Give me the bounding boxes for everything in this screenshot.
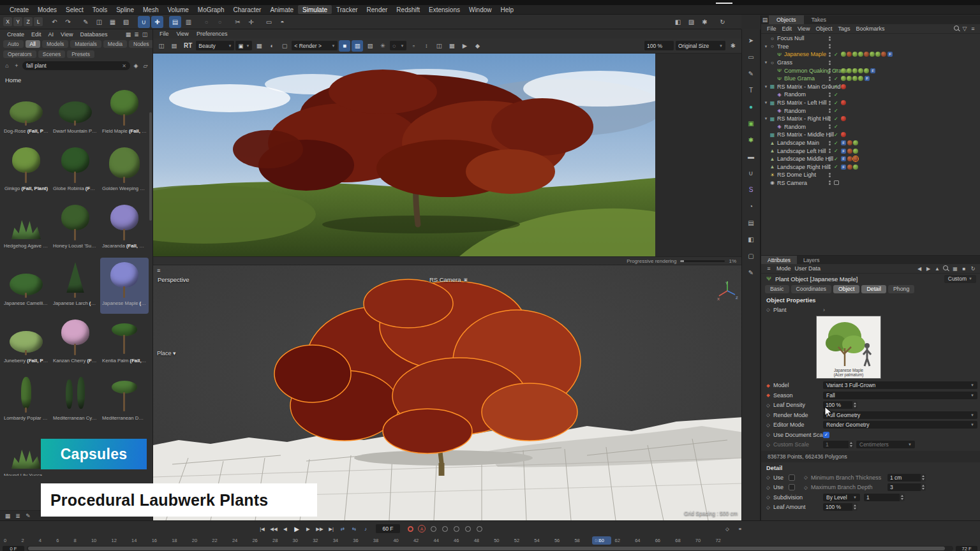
visibility-dots[interactable] [829,173,831,177]
render-history-dropdown[interactable]: < Render >▼ [292,41,338,50]
object-row[interactable]: ΨCommon Quaking Grass✓F [761,66,980,75]
asset-item[interactable]: Jacaranda (Fall, Plant) [100,200,149,256]
menu-help[interactable]: Help [496,5,519,14]
workplane-icon[interactable]: ▤ [169,16,181,28]
menu-modes[interactable]: Modes [33,5,61,14]
asset-item[interactable]: Ginkgo (Fall, Plant) [2,143,50,199]
key-position-button[interactable] [428,524,438,534]
visibility-dots[interactable] [829,101,831,105]
material-swatch[interactable] [847,76,852,81]
grid-icon[interactable]: ▦ [253,40,265,52]
magnet-tool-icon[interactable]: ∪ [745,166,757,179]
asset-item[interactable]: Field Maple (Fall, Plant) [100,85,149,142]
attr-number[interactable]: 1 [823,441,849,448]
object-row[interactable]: ▼▦RS Matrix - Right Hill✓ [761,115,980,123]
op-menu-file[interactable]: File [764,26,779,32]
animation-dot-icon[interactable]: ◇ [766,402,773,408]
material-swatch[interactable] [847,68,852,73]
rv-menu-preferences[interactable]: Preferences [193,31,232,37]
asset-item[interactable]: Dwarf Mountain Pine (Fall, Plant) [51,85,100,142]
op-menu-tags[interactable]: Tags [835,26,852,32]
object-row[interactable]: ◈Random✓ [761,91,980,99]
planar-workplane-icon[interactable]: ▥ [182,16,195,28]
op-menu-edit[interactable]: Edit [780,26,795,32]
ab-compare-icon[interactable]: ◐ [266,40,278,52]
viewport-label[interactable]: Perspective [158,276,189,283]
perspective-viewport[interactable]: ≡ Perspective RS Camera▣ Place ▾ Grid Sp… [153,265,744,520]
animation-dot-icon[interactable]: ◇ [766,474,773,480]
attr-tab-basic[interactable]: Basic [765,285,789,293]
render-settings-icon[interactable]: ✱ [699,16,711,28]
time-tool-icon[interactable]: ◔ [745,200,757,212]
asset-item[interactable]: Kentia Palm (Fall, Plant) [100,315,149,371]
tab-attributes[interactable]: Attributes [761,256,797,264]
key-pla-button[interactable] [474,524,484,534]
leaf-amount-value[interactable]: 100 % [823,503,852,511]
object-row[interactable]: ▼▦RS Matrix - Left Hill✓ [761,99,980,107]
timeline-ruler[interactable]: 0246810121416182022242628303234363840424… [4,536,721,545]
visibility-dots[interactable] [829,84,831,89]
material-swatch[interactable] [841,52,846,57]
frame-region-icon[interactable]: ▭ [745,50,757,63]
animation-dot-icon[interactable]: ◇ [804,485,811,490]
list-view-icon[interactable]: ≣ [14,512,22,520]
expand-icon[interactable]: ↕ [420,40,432,52]
play-button[interactable]: ▶ [292,524,302,534]
menu-window[interactable]: Window [464,5,496,14]
tab-takes[interactable]: Takes [804,15,835,24]
stepper-icon[interactable] [921,474,926,481]
tiles-icon[interactable]: ▥ [352,40,363,52]
object-row[interactable]: ▼○Grass [761,59,980,67]
material-swatch[interactable] [881,52,886,57]
ab-menu-view[interactable]: View [57,31,76,38]
redshift-material-tag[interactable] [841,84,846,89]
ab-menu-ai[interactable]: AI [45,31,57,38]
attr-dropdown-editor-mode[interactable]: Render Geometry▼ [823,421,977,429]
material-swatch[interactable] [847,140,852,145]
filter-materials[interactable]: Materials [70,40,101,48]
filter-models[interactable]: Models [42,40,68,48]
animation-dot-icon[interactable]: ◇ [766,412,773,418]
tab-objects[interactable]: Objects [769,15,804,24]
rt-toggle[interactable]: RT [181,42,195,49]
menu-volume[interactable]: Volume [163,5,193,14]
asset-item[interactable]: Golden Weeping Willow (Fall, Plant) [100,143,149,199]
simulation-icon[interactable]: ● [745,100,757,113]
enable-check-icon[interactable]: ✓ [834,100,840,106]
enable-check-icon[interactable]: ✓ [834,92,840,98]
sketch-tool-icon[interactable]: ✎ [745,266,757,279]
enable-check-icon[interactable]: ✓ [834,108,840,114]
animation-dot-icon[interactable]: ◇ [766,494,773,500]
material-swatch[interactable] [864,52,869,57]
viewport-menu-icon[interactable]: ≡ [157,267,160,274]
material-swatch[interactable] [853,156,858,161]
tag-f[interactable]: F [887,52,893,57]
unit-dropdown[interactable]: Centimeters▼ [856,441,915,448]
asset-item[interactable]: Dog-Rose (Fall, Plant) [2,85,50,142]
stepper-icon[interactable] [849,441,854,448]
object-row[interactable]: ◈Random✓ [761,107,980,115]
gear-icon[interactable]: ✱ [727,40,739,52]
playhead[interactable]: 60 [592,536,611,545]
asset-item[interactable]: Honey Locust 'Sunburst' (Fall, Plant) [51,200,100,256]
stepper-icon[interactable] [852,401,858,409]
enable-check-icon[interactable]: ✓ [834,52,840,57]
object-row[interactable]: ◈Random✓ [761,123,980,131]
object-row[interactable]: ▲Landscape Left Hill✓F [761,147,980,155]
visibility-dots[interactable] [829,77,831,81]
object-row[interactable]: ▲Landscape Main✓F [761,139,980,147]
user-data-menu[interactable]: User Data [795,265,821,272]
range-start-field[interactable]: 0 F [3,546,24,551]
camera-select[interactable]: ▣▼ [235,41,252,50]
skip-start-button[interactable]: |◀ [257,524,267,534]
detail-value[interactable]: 3 [887,483,921,491]
attr-dropdown-model[interactable]: Variant 3 Full-Grown▼ [823,381,977,389]
attr-dropdown-season[interactable]: Fall▼ [823,392,977,399]
object-row[interactable]: ▼▦RS Matrix - Main Ground✓ [761,83,980,91]
region-select[interactable]: ◌▼ [390,41,406,50]
op-menu-bookmarks[interactable]: Bookmarks [853,26,887,32]
menu-redshift[interactable]: Redshift [392,5,424,14]
attr-tab-detail[interactable]: Detail [861,285,886,293]
attr-dropdown-render-mode[interactable]: Full Geometry▼ [823,411,977,419]
object-row[interactable]: ▲Landscape Right Hill✓F [761,163,980,172]
